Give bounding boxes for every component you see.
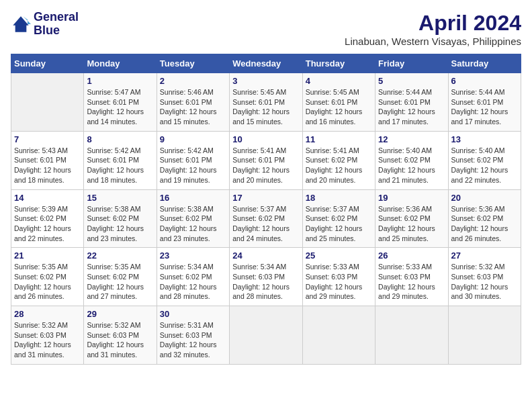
day-info: Sunrise: 5:45 AMSunset: 6:01 PMDaylight:…	[306, 87, 372, 127]
calendar-cell: 9Sunrise: 5:42 AMSunset: 6:01 PMDaylight…	[157, 131, 229, 189]
calendar-week-1: 7Sunrise: 5:43 AMSunset: 6:01 PMDaylight…	[11, 131, 521, 189]
day-info: Sunrise: 5:43 AMSunset: 6:01 PMDaylight:…	[14, 146, 81, 185]
day-number: 14	[14, 193, 81, 203]
day-number: 17	[232, 193, 299, 203]
day-info: Sunrise: 5:37 AMSunset: 6:02 PMDaylight:…	[232, 204, 299, 244]
day-number: 10	[232, 134, 299, 144]
calendar-cell: 3Sunrise: 5:45 AMSunset: 6:01 PMDaylight…	[230, 73, 302, 132]
day-info: Sunrise: 5:42 AMSunset: 6:01 PMDaylight:…	[160, 146, 226, 185]
calendar-cell: 20Sunrise: 5:36 AMSunset: 6:02 PMDayligh…	[448, 189, 521, 248]
calendar-cell: 16Sunrise: 5:38 AMSunset: 6:02 PMDayligh…	[157, 189, 229, 248]
calendar-cell: 11Sunrise: 5:41 AMSunset: 6:02 PMDayligh…	[302, 131, 375, 189]
logo-icon	[11, 14, 31, 34]
header-saturday: Saturday	[448, 54, 521, 73]
calendar-cell: 14Sunrise: 5:39 AMSunset: 6:02 PMDayligh…	[11, 189, 84, 248]
day-number: 2	[160, 76, 226, 86]
calendar-cell	[230, 306, 302, 365]
day-info: Sunrise: 5:32 AMSunset: 6:03 PMDaylight:…	[14, 320, 81, 360]
day-number: 16	[160, 193, 226, 203]
calendar-cell: 4Sunrise: 5:45 AMSunset: 6:01 PMDaylight…	[302, 73, 375, 132]
calendar-cell: 19Sunrise: 5:36 AMSunset: 6:02 PMDayligh…	[375, 189, 448, 248]
day-info: Sunrise: 5:44 AMSunset: 6:01 PMDaylight:…	[378, 87, 445, 127]
day-number: 3	[232, 76, 299, 86]
day-number: 8	[87, 134, 153, 144]
calendar-cell: 15Sunrise: 5:38 AMSunset: 6:02 PMDayligh…	[84, 189, 157, 248]
day-info: Sunrise: 5:41 AMSunset: 6:01 PMDaylight:…	[232, 146, 299, 185]
day-number: 28	[14, 309, 81, 319]
page-header: General Blue April 2024 Linabuan, Wester…	[11, 11, 521, 47]
calendar-cell: 13Sunrise: 5:40 AMSunset: 6:02 PMDayligh…	[448, 131, 521, 189]
day-info: Sunrise: 5:34 AMSunset: 6:03 PMDaylight:…	[232, 262, 299, 302]
day-number: 11	[306, 134, 372, 144]
day-info: Sunrise: 5:46 AMSunset: 6:01 PMDaylight:…	[160, 87, 226, 127]
header-wednesday: Wednesday	[230, 54, 302, 73]
calendar-subtitle: Linabuan, Western Visayas, Philippines	[345, 36, 521, 47]
day-info: Sunrise: 5:40 AMSunset: 6:02 PMDaylight:…	[378, 146, 445, 185]
calendar-cell: 5Sunrise: 5:44 AMSunset: 6:01 PMDaylight…	[375, 73, 448, 132]
day-info: Sunrise: 5:33 AMSunset: 6:03 PMDaylight:…	[378, 262, 445, 302]
calendar-cell: 27Sunrise: 5:32 AMSunset: 6:03 PMDayligh…	[448, 248, 521, 306]
day-number: 29	[87, 309, 153, 319]
calendar-week-3: 21Sunrise: 5:35 AMSunset: 6:02 PMDayligh…	[11, 248, 521, 306]
day-info: Sunrise: 5:31 AMSunset: 6:03 PMDaylight:…	[160, 320, 226, 360]
calendar-cell: 30Sunrise: 5:31 AMSunset: 6:03 PMDayligh…	[157, 306, 229, 365]
day-info: Sunrise: 5:32 AMSunset: 6:03 PMDaylight:…	[87, 320, 153, 360]
day-number: 19	[378, 193, 445, 203]
day-info: Sunrise: 5:38 AMSunset: 6:02 PMDaylight:…	[87, 204, 153, 244]
calendar-cell: 1Sunrise: 5:47 AMSunset: 6:01 PMDaylight…	[84, 73, 157, 132]
day-number: 27	[451, 250, 518, 261]
day-number: 18	[306, 193, 372, 203]
calendar-week-0: 1Sunrise: 5:47 AMSunset: 6:01 PMDaylight…	[11, 73, 521, 132]
day-info: Sunrise: 5:34 AMSunset: 6:02 PMDaylight:…	[160, 262, 226, 302]
calendar-cell: 10Sunrise: 5:41 AMSunset: 6:01 PMDayligh…	[230, 131, 302, 189]
day-number: 24	[232, 250, 299, 261]
header-tuesday: Tuesday	[157, 54, 229, 73]
title-block: April 2024 Linabuan, Western Visayas, Ph…	[345, 11, 521, 47]
calendar-cell	[448, 306, 521, 365]
logo-text: General Blue	[34, 11, 79, 38]
logo: General Blue	[11, 11, 79, 38]
day-number: 26	[378, 250, 445, 261]
day-number: 4	[306, 76, 372, 86]
calendar-cell: 7Sunrise: 5:43 AMSunset: 6:01 PMDaylight…	[11, 131, 84, 189]
day-number: 21	[14, 250, 81, 261]
calendar-cell: 29Sunrise: 5:32 AMSunset: 6:03 PMDayligh…	[84, 306, 157, 365]
day-number: 7	[14, 134, 81, 144]
calendar-table: SundayMondayTuesdayWednesdayThursdayFrid…	[11, 54, 521, 365]
calendar-cell: 8Sunrise: 5:42 AMSunset: 6:01 PMDaylight…	[84, 131, 157, 189]
calendar-cell: 24Sunrise: 5:34 AMSunset: 6:03 PMDayligh…	[230, 248, 302, 306]
day-info: Sunrise: 5:39 AMSunset: 6:02 PMDaylight:…	[14, 204, 81, 244]
day-info: Sunrise: 5:37 AMSunset: 6:02 PMDaylight:…	[306, 204, 372, 244]
calendar-week-4: 28Sunrise: 5:32 AMSunset: 6:03 PMDayligh…	[11, 306, 521, 365]
calendar-cell: 23Sunrise: 5:34 AMSunset: 6:02 PMDayligh…	[157, 248, 229, 306]
day-info: Sunrise: 5:33 AMSunset: 6:03 PMDaylight:…	[306, 262, 372, 302]
header-sunday: Sunday	[11, 54, 84, 73]
calendar-cell	[375, 306, 448, 365]
calendar-title: April 2024	[345, 11, 521, 36]
calendar-cell	[302, 306, 375, 365]
day-number: 15	[87, 193, 153, 203]
day-number: 12	[378, 134, 445, 144]
calendar-week-2: 14Sunrise: 5:39 AMSunset: 6:02 PMDayligh…	[11, 189, 521, 248]
calendar-cell	[11, 73, 84, 132]
day-number: 1	[87, 76, 153, 86]
calendar-cell: 18Sunrise: 5:37 AMSunset: 6:02 PMDayligh…	[302, 189, 375, 248]
day-number: 9	[160, 134, 226, 144]
calendar-cell: 6Sunrise: 5:44 AMSunset: 6:01 PMDaylight…	[448, 73, 521, 132]
day-info: Sunrise: 5:41 AMSunset: 6:02 PMDaylight:…	[306, 146, 372, 185]
day-info: Sunrise: 5:38 AMSunset: 6:02 PMDaylight:…	[160, 204, 226, 244]
day-number: 13	[451, 134, 518, 144]
calendar-cell: 28Sunrise: 5:32 AMSunset: 6:03 PMDayligh…	[11, 306, 84, 365]
day-info: Sunrise: 5:36 AMSunset: 6:02 PMDaylight:…	[378, 204, 445, 244]
header-thursday: Thursday	[302, 54, 375, 73]
day-number: 22	[87, 250, 153, 261]
calendar-header-row: SundayMondayTuesdayWednesdayThursdayFrid…	[11, 54, 521, 73]
calendar-cell: 26Sunrise: 5:33 AMSunset: 6:03 PMDayligh…	[375, 248, 448, 306]
calendar-cell: 17Sunrise: 5:37 AMSunset: 6:02 PMDayligh…	[230, 189, 302, 248]
day-info: Sunrise: 5:44 AMSunset: 6:01 PMDaylight:…	[451, 87, 518, 127]
calendar-cell: 22Sunrise: 5:35 AMSunset: 6:02 PMDayligh…	[84, 248, 157, 306]
day-info: Sunrise: 5:40 AMSunset: 6:02 PMDaylight:…	[451, 146, 518, 185]
calendar-cell: 25Sunrise: 5:33 AMSunset: 6:03 PMDayligh…	[302, 248, 375, 306]
day-info: Sunrise: 5:45 AMSunset: 6:01 PMDaylight:…	[232, 87, 299, 127]
day-number: 5	[378, 76, 445, 86]
